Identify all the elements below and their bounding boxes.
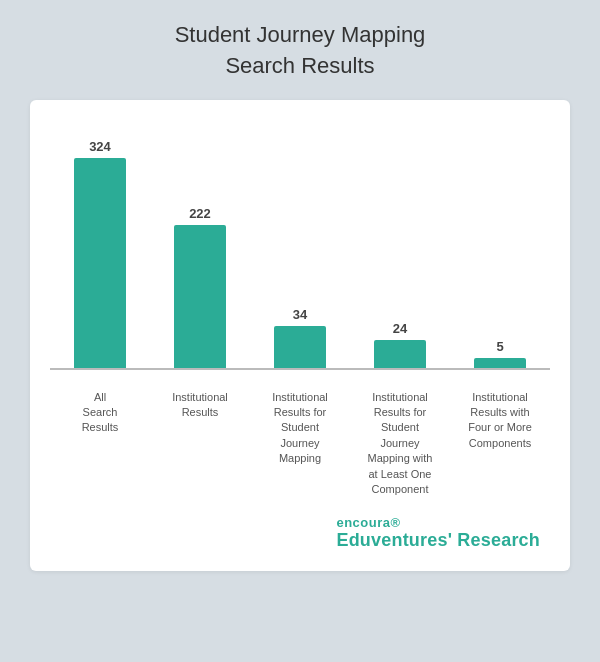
bar-3 bbox=[274, 326, 326, 368]
logo-area: encoura® Eduventures' Research bbox=[50, 515, 550, 551]
bar-value-3: 34 bbox=[293, 307, 307, 322]
bar-value-1: 324 bbox=[89, 139, 111, 154]
bar-1 bbox=[74, 158, 126, 368]
bar-4 bbox=[374, 340, 426, 368]
page-title: Student Journey Mapping Search Results bbox=[175, 20, 426, 82]
bar-group-institutional-results: 222 bbox=[160, 206, 240, 368]
bar-label-4: InstitutionalResults forStudentJourneyMa… bbox=[360, 390, 440, 498]
bar-group-institutional-four: 5 bbox=[460, 339, 540, 368]
bar-label-1: AllSearchResults bbox=[60, 390, 140, 498]
bar-group-all-search-results: 324 bbox=[60, 139, 140, 368]
logo-box: encoura® Eduventures' Research bbox=[336, 515, 540, 551]
bar-label-5: InstitutionalResults withFour or MoreCom… bbox=[460, 390, 540, 498]
bar-2 bbox=[174, 225, 226, 368]
bar-value-2: 222 bbox=[189, 206, 211, 221]
bar-group-institutional-sjm-one: 24 bbox=[360, 321, 440, 368]
bar-label-2: InstitutionalResults bbox=[160, 390, 240, 498]
logo-subtitle: Eduventures' Research bbox=[336, 530, 540, 551]
chart-card: 324 222 34 24 5 AllSearchResults Institu… bbox=[30, 100, 570, 572]
bar-value-4: 24 bbox=[393, 321, 407, 336]
chart-area: 324 222 34 24 5 bbox=[50, 130, 550, 370]
bar-value-5: 5 bbox=[496, 339, 503, 354]
bar-5 bbox=[474, 358, 526, 368]
bar-group-institutional-sjm: 34 bbox=[260, 307, 340, 368]
bar-label-3: InstitutionalResults forStudentJourneyMa… bbox=[260, 390, 340, 498]
logo-brand: encoura® bbox=[336, 515, 540, 530]
